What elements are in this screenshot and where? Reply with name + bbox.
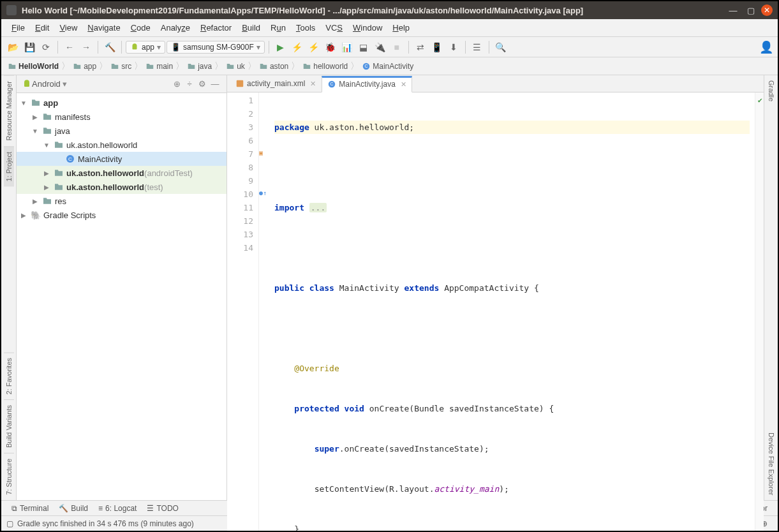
menu-view[interactable]: View (54, 20, 82, 35)
tree-res[interactable]: ▶ res (17, 194, 226, 208)
menu-analyze[interactable]: Analyze (156, 20, 195, 35)
sync-button[interactable]: ⟳ (38, 40, 54, 55)
debug-button[interactable]: 🐞 (323, 40, 338, 55)
coverage-button[interactable]: ⬓ (356, 40, 371, 55)
menu-refactor[interactable]: Refactor (195, 20, 237, 35)
attach-debugger-button[interactable]: 🔌 (373, 40, 388, 55)
forward-button[interactable]: → (78, 40, 94, 55)
crumb-aston[interactable]: aston (256, 61, 291, 72)
hide-panel-icon[interactable]: — (209, 78, 221, 91)
tool-windows-icon[interactable]: ▢ (6, 519, 13, 528)
device-combo[interactable]: 📱 samsung SM-G900F ▾ (167, 41, 265, 54)
crumb-main[interactable]: main (143, 61, 175, 72)
tree-java[interactable]: ▼ java (17, 124, 226, 138)
menu-vcs[interactable]: VCS (320, 20, 348, 35)
crumb-src[interactable]: src (108, 61, 134, 72)
bottom-build[interactable]: 🔨Build (54, 503, 93, 514)
search-everywhere-button[interactable]: 🔍 (493, 40, 508, 55)
menubar: File Edit View Navigate Code Analyze Ref… (1, 19, 778, 37)
svg-rect-4 (237, 80, 244, 87)
device-label: samsung SM-G900F (183, 43, 254, 52)
profiler-button[interactable]: 📊 (339, 40, 355, 55)
open-button[interactable]: 📂 (5, 40, 20, 55)
package-icon (54, 168, 64, 178)
user-avatar-icon[interactable]: 👤 (759, 40, 774, 55)
apply-code-changes-button[interactable]: ⚡ (306, 40, 322, 55)
menu-code[interactable]: Code (126, 20, 156, 35)
line-number-gutter: 1 2 3 6 7 8 9 10 11 12 13 14 (227, 92, 259, 532)
strip-build-variants[interactable]: Build Variants (4, 399, 14, 453)
gutter-implements-icon[interactable]: ●↑ (259, 186, 269, 200)
crumb-helloworld[interactable]: HelloWorld (5, 61, 61, 72)
stop-button[interactable]: ■ (389, 40, 404, 55)
crumb-java[interactable]: java (184, 61, 214, 72)
apply-changes-button[interactable]: ⚡ (290, 40, 305, 55)
tab-activity-main-xml[interactable]: activity_main.xml ✕ (230, 75, 322, 92)
gutter-override-icon[interactable]: ▣ (259, 146, 269, 159)
menu-tools[interactable]: Tools (291, 20, 320, 35)
make-project-button[interactable]: 🔨 (102, 40, 117, 55)
right-tool-strip: Gradle Device File Explorer (764, 75, 778, 500)
strip-gradle[interactable]: Gradle (766, 75, 776, 107)
scroll-from-source-icon[interactable]: ⊕ (170, 78, 183, 91)
class-icon: C (362, 62, 371, 71)
menu-help[interactable]: Help (387, 20, 415, 35)
avd-manager-button[interactable]: 📱 (429, 40, 445, 55)
settings-icon[interactable]: ⚙ (196, 78, 209, 91)
menu-navigate[interactable]: Navigate (82, 20, 125, 35)
crumb-app[interactable]: app (70, 61, 99, 72)
sdk-manager-button[interactable]: ⬇ (446, 40, 461, 55)
project-tree[interactable]: ▼ app ▶ manifests ▼ java ▼ uk.aston.hell… (17, 93, 226, 500)
code-editor[interactable]: 1 2 3 6 7 8 9 10 11 12 13 14 ▣ ●↑ (227, 92, 764, 532)
hammer-icon: 🔨 (59, 504, 68, 513)
tree-pkg-test[interactable]: ▶ uk.aston.helloworld (test) (17, 180, 226, 194)
close-tab-icon[interactable]: ✕ (401, 80, 406, 89)
strip-device-file-explorer[interactable]: Device File Explorer (766, 427, 776, 500)
module-icon (31, 98, 41, 108)
bottom-todo[interactable]: ☰TODO (142, 503, 183, 514)
package-icon (54, 182, 64, 192)
run-configuration-combo[interactable]: app ▾ (126, 41, 165, 54)
left-tool-strip: Resource Manager 1: Project 2: Favorites… (1, 75, 17, 500)
project-view-mode[interactable]: Android ▾ (32, 79, 170, 89)
save-all-button[interactable]: 💾 (22, 40, 37, 55)
code-content[interactable]: package uk.aston.helloworld; import ... … (269, 92, 755, 532)
project-structure-button[interactable]: ☰ (470, 40, 485, 55)
menu-file[interactable]: File (6, 20, 30, 35)
bottom-terminal[interactable]: ⧉Terminal (6, 503, 54, 514)
close-tab-icon[interactable]: ✕ (310, 80, 316, 88)
run-config-label: app (142, 43, 154, 52)
maximize-button[interactable]: ▢ (743, 3, 759, 18)
xml-file-icon (235, 79, 244, 88)
tree-pkg-androidtest[interactable]: ▶ uk.aston.helloworld (androidTest) (17, 166, 226, 180)
tab-mainactivity-java[interactable]: C MainActivity.java ✕ (322, 76, 412, 92)
svg-text:C: C (330, 82, 334, 86)
crumb-helloworld-pkg[interactable]: helloworld (300, 61, 350, 72)
folder-icon (145, 62, 154, 71)
menu-edit[interactable]: Edit (30, 20, 54, 35)
close-button[interactable]: ✕ (761, 4, 773, 16)
minimize-button[interactable]: — (725, 3, 741, 18)
project-panel-header: Android ▾ ⊕ ÷ ⚙ — (17, 75, 226, 93)
tree-manifests[interactable]: ▶ manifests (17, 110, 226, 124)
no-problems-icon: ✔ (758, 94, 762, 107)
editor-error-stripe[interactable]: ✔ (755, 92, 764, 532)
tree-gradle-scripts[interactable]: ▶ 🐘 Gradle Scripts (17, 208, 226, 222)
menu-run[interactable]: Run (265, 20, 291, 35)
strip-project[interactable]: 1: Project (4, 146, 14, 186)
run-button[interactable]: ▶ (273, 40, 288, 55)
tree-pkg-main[interactable]: ▼ uk.aston.helloworld (17, 138, 226, 152)
bottom-logcat[interactable]: ≡6: Logcat (93, 503, 142, 514)
menu-build[interactable]: Build (237, 20, 265, 35)
expand-all-icon[interactable]: ÷ (183, 78, 196, 91)
crumb-mainactivity[interactable]: CMainActivity (359, 61, 416, 72)
tree-app[interactable]: ▼ app (17, 96, 226, 110)
crumb-uk[interactable]: uk (223, 61, 248, 72)
strip-resource-manager[interactable]: Resource Manager (4, 75, 14, 146)
back-button[interactable]: ← (62, 40, 77, 55)
menu-window[interactable]: Window (348, 20, 387, 35)
tree-mainactivity[interactable]: C MainActivity (17, 152, 226, 166)
strip-structure[interactable]: 7: Structure (4, 453, 14, 500)
sync-gradle-button[interactable]: ⇄ (413, 40, 428, 55)
strip-favorites[interactable]: 2: Favorites (4, 352, 14, 399)
